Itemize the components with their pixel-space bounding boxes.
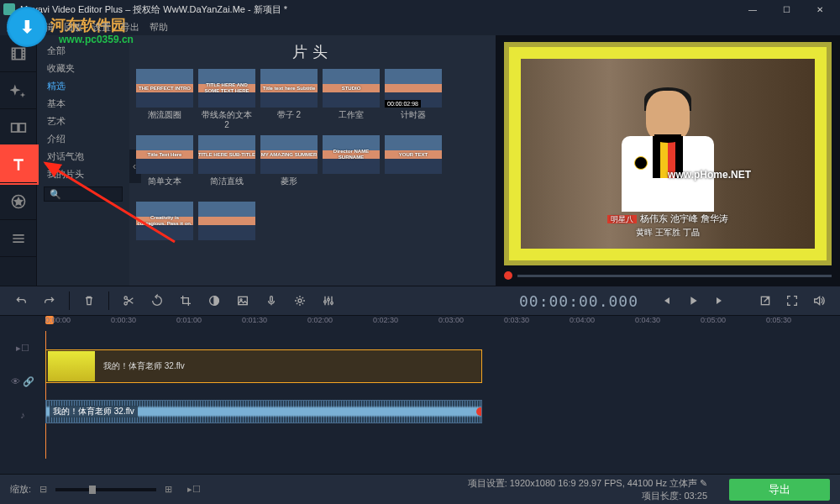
fit-button[interactable]: ▸☐ — [187, 484, 201, 495]
svg-rect-1 — [12, 123, 18, 132]
video-clip-label: 我的！体育老师 32.flv — [103, 360, 185, 372]
preset-item[interactable]: Title text here Subtitle带子 2 — [260, 69, 318, 130]
close-button[interactable]: ✕ — [803, 0, 837, 18]
redo-button[interactable] — [37, 288, 62, 313]
preset-item[interactable]: 00:00:02:98计时器 — [385, 69, 442, 130]
menu-settings[interactable]: 设置 — [92, 21, 111, 34]
ruler-tick: 0:05:00 — [701, 316, 726, 324]
progress-playhead-icon[interactable] — [504, 271, 512, 280]
ruler-tick: 0:01:00 — [176, 316, 202, 324]
tab-more[interactable] — [0, 220, 37, 257]
menu-edit[interactable]: 编辑 — [35, 21, 54, 34]
cut-button[interactable] — [116, 288, 141, 313]
project-settings-text: 项目设置: 1920x1080 16:9 29.97 FPS, 44100 Hz… — [468, 478, 697, 488]
preset-item[interactable]: TITLE HERE AND SOME TEXT HERE带线条的文本 2 — [198, 69, 255, 130]
maximize-button[interactable]: ☐ — [769, 0, 803, 18]
progress-track[interactable] — [517, 275, 832, 277]
play-button[interactable] — [680, 288, 706, 313]
cat-favorites[interactable]: 收藏夹 — [37, 60, 129, 77]
preview-caption: 明星八杨伟东 池宇峰 詹华涛 黄晖 王军胜 丁晶 — [559, 213, 776, 239]
sliders-button[interactable] — [316, 288, 341, 313]
track-header-link-icon[interactable]: 👁 🔗 — [0, 365, 45, 398]
preset-name: 简单文本 — [148, 176, 181, 197]
volume-button[interactable] — [806, 288, 832, 313]
preset-item[interactable]: Director NAME SURNAME — [323, 135, 380, 197]
prev-button[interactable] — [654, 288, 679, 313]
project-info[interactable]: 项目设置: 1920x1080 16:9 29.97 FPS, 44100 Hz… — [468, 477, 707, 501]
mic-button[interactable] — [259, 288, 284, 313]
titlebar: Movavi Video Editor Plus – 授权给 WwW.DaYan… — [0, 0, 840, 18]
popout-button[interactable] — [753, 288, 778, 313]
preset-item[interactable]: TITLE HERE SUB-TITLE简洁直线 — [198, 135, 255, 197]
menu-export[interactable]: 导出 — [121, 21, 139, 34]
ruler-tick: 0:02:00 — [307, 316, 333, 324]
ruler-tick: 0:04:30 — [635, 316, 660, 324]
cat-speech[interactable]: 对话气泡 — [37, 148, 129, 165]
left-tool-tabs — [0, 35, 37, 286]
menu-playback[interactable]: 回放 — [64, 21, 82, 34]
audio-clip[interactable]: 我的！体育老师 32.flv — [45, 400, 482, 423]
tab-media[interactable] — [0, 35, 37, 72]
zoom-slider[interactable] — [55, 488, 156, 491]
preset-item[interactable]: YOUR TEXT — [385, 135, 442, 197]
clip-thumb-icon — [48, 351, 95, 381]
svg-point-5 — [124, 297, 127, 299]
preset-item[interactable]: MY AMAZING SUMMER菱形 — [260, 135, 318, 197]
ruler-tick: 0:03:00 — [438, 316, 464, 324]
svg-point-11 — [324, 301, 327, 303]
track-header-video-icon[interactable]: ▸☐ — [0, 331, 45, 365]
search-input[interactable] — [44, 186, 123, 202]
next-button[interactable] — [707, 288, 732, 313]
tab-titles[interactable] — [0, 146, 37, 183]
svg-rect-9 — [270, 297, 273, 302]
video-clip[interactable]: 我的！体育老师 32.flv — [45, 349, 482, 383]
track-header-audio-icon[interactable]: ♪ — [0, 398, 45, 432]
preset-item[interactable]: Creativity is contagious. Pass it on. — [136, 202, 193, 263]
image-button[interactable] — [230, 288, 255, 313]
preset-item[interactable] — [198, 202, 255, 263]
preset-item[interactable]: STUDIO工作室 — [323, 69, 380, 130]
timeline-ruler[interactable]: 0:00:000:00:300:01:000:01:300:02:000:02:… — [0, 316, 840, 331]
gear-button[interactable] — [287, 288, 312, 313]
cat-intro[interactable]: 介绍 — [37, 130, 129, 148]
app-logo-icon — [3, 3, 15, 15]
rotate-button[interactable] — [144, 288, 170, 313]
tab-stickers[interactable] — [0, 183, 37, 220]
timeline: ▸☐ 👁 🔗 ♪ 我的！体育老师 32.flv 我的！体育老师 32.flv — [0, 331, 840, 459]
menu-file[interactable]: 文件 — [7, 21, 25, 34]
cat-art[interactable]: 艺术 — [37, 113, 129, 130]
ruler-tick: 0:04:00 — [570, 316, 595, 324]
timeline-tracks[interactable]: 我的！体育老师 32.flv 我的！体育老师 32.flv — [45, 331, 840, 459]
preset-item[interactable]: THE PERFECT INTRO潮流圆圈 — [136, 69, 193, 130]
zoom-in-icon[interactable]: ⊞ — [165, 484, 172, 495]
cat-mine[interactable]: 我的片头 — [37, 165, 129, 183]
svg-point-13 — [331, 302, 333, 304]
preview-watermark: www.pHome.NET — [668, 169, 751, 181]
export-button[interactable]: 导出 — [729, 479, 830, 501]
fullscreen-button[interactable] — [780, 288, 805, 313]
cat-basic[interactable]: 基本 — [37, 95, 129, 113]
menubar: 文件 编辑 回放 设置 导出 帮助 — [0, 18, 840, 35]
undo-button[interactable] — [8, 288, 34, 313]
minimize-button[interactable]: — — [736, 0, 769, 18]
clip-end-handle-icon[interactable] — [476, 407, 482, 416]
cat-featured[interactable]: 精选 — [37, 77, 129, 95]
color-button[interactable] — [202, 288, 227, 313]
menu-help[interactable]: 帮助 — [150, 21, 168, 34]
preview-progress[interactable] — [504, 269, 832, 282]
preset-item[interactable]: Title Text Here简单文本 — [136, 135, 193, 197]
preview-pane: 明星八杨伟东 池宇峰 詹华涛 黄晖 王军胜 丁晶 www.pHome.NET — [496, 35, 840, 286]
preview-viewport[interactable]: 明星八杨伟东 池宇峰 詹华涛 黄晖 王军胜 丁晶 www.pHome.NET — [504, 42, 832, 265]
tab-filters[interactable] — [0, 72, 37, 109]
preset-name: 潮流圆圈 — [148, 110, 181, 130]
delete-button[interactable] — [76, 288, 102, 313]
zoom-out-icon[interactable]: ⊟ — [39, 484, 47, 495]
svg-point-4 — [124, 302, 127, 305]
timecode-display: 00:00:00.000 — [519, 292, 638, 310]
ruler-tick: 0:00:30 — [111, 316, 136, 324]
svg-point-12 — [328, 298, 330, 301]
tab-transitions[interactable] — [0, 109, 37, 146]
crop-button[interactable] — [173, 288, 198, 313]
ruler-tick: 0:01:30 — [242, 316, 267, 324]
ruler-tick: 0:03:30 — [504, 316, 529, 324]
